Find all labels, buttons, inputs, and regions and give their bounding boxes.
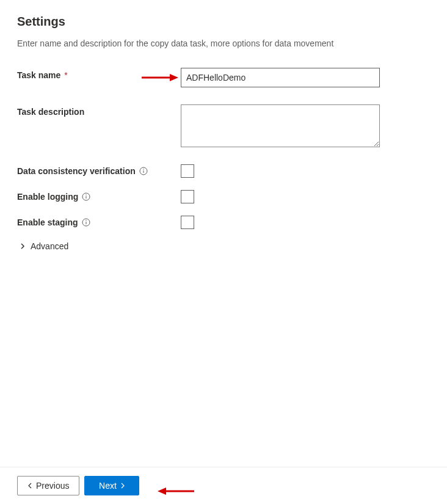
chevron-right-icon [20,243,26,249]
chevron-left-icon [27,483,32,489]
enable-staging-checkbox[interactable] [181,216,194,229]
chevron-right-icon [120,483,125,489]
page-title: Settings [17,15,430,29]
svg-point-2 [143,169,144,169]
enable-logging-row: Enable logging [17,190,430,203]
data-consistency-row: Data consistency verification [17,164,430,178]
info-icon[interactable] [82,192,90,201]
enable-staging-label-text: Enable staging [17,217,78,227]
task-description-label-text: Task description [17,107,84,117]
data-consistency-label: Data consistency verification [17,166,181,176]
task-name-label: Task name * [17,68,181,80]
required-marker: * [64,70,67,80]
info-icon[interactable] [139,167,148,175]
task-name-row: Task name * [17,68,430,87]
footer-bar: Previous Next [0,467,447,504]
info-icon[interactable] [82,218,90,227]
svg-point-8 [85,220,86,221]
task-name-input[interactable] [181,68,380,87]
data-consistency-label-text: Data consistency verification [17,166,136,176]
previous-button-label: Previous [36,481,69,491]
task-description-label: Task description [17,104,181,117]
previous-button[interactable]: Previous [17,476,79,495]
task-description-input[interactable] [181,104,380,147]
advanced-label: Advanced [31,241,68,251]
enable-staging-row: Enable staging [17,216,430,229]
enable-staging-label: Enable staging [17,217,181,227]
enable-logging-label-text: Enable logging [17,192,78,202]
task-name-label-text: Task name [17,70,60,80]
data-consistency-checkbox[interactable] [181,164,194,178]
next-button[interactable]: Next [84,476,139,495]
page-subtitle: Enter name and description for the copy … [17,38,430,48]
task-description-row: Task description [17,104,430,147]
svg-point-5 [86,194,87,195]
enable-logging-checkbox[interactable] [181,190,194,203]
advanced-toggle[interactable]: Advanced [20,241,430,251]
next-button-label: Next [99,481,117,491]
enable-logging-label: Enable logging [17,192,181,202]
